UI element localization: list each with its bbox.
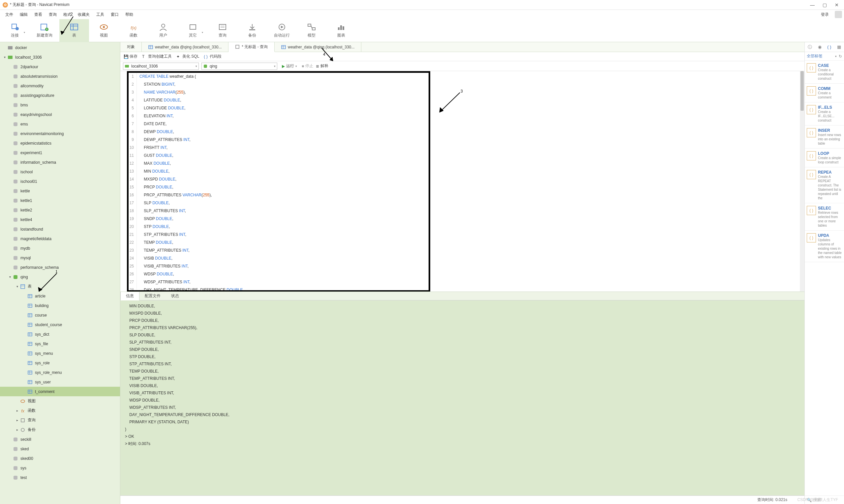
database-select[interactable]: qing▾ — [202, 62, 277, 70]
snippet-filter[interactable]: 全部标签▾ ↻ — [805, 52, 844, 60]
tree-sys_file[interactable]: sys_file — [0, 339, 120, 348]
tree-t_comment[interactable]: t_comment — [0, 387, 120, 396]
toolbar-backup[interactable]: 备份 — [237, 19, 267, 42]
query-builder-button[interactable]: T查询创建工具 — [142, 54, 172, 59]
menu-工具[interactable]: 工具 — [93, 11, 107, 19]
tab-weather_data[interactable]: weather_data @qing (localhost_330... — [275, 42, 361, 52]
login-link[interactable]: 登录 — [817, 11, 832, 19]
snippet-UPDA[interactable]: ( )UPDAUpdates columns of existing rows … — [805, 231, 844, 262]
menu-查询[interactable]: 查询 — [46, 11, 60, 19]
tree-2dparkour[interactable]: 2dparkour — [0, 62, 120, 71]
menu-查看[interactable]: 查看 — [31, 11, 46, 19]
toolbar-newquery[interactable]: +新建查询 — [30, 19, 59, 42]
tree-information_schema[interactable]: information_schema — [0, 158, 120, 167]
maximize-button[interactable]: ▢ — [823, 2, 827, 7]
result-tab-状态[interactable]: 状态 — [166, 292, 184, 300]
tree-备份[interactable]: ▸备份 — [0, 425, 120, 434]
menu-窗口[interactable]: 窗口 — [107, 11, 122, 19]
snippet-IF...ELS[interactable]: ( )IF...ELSCreate a IF...ELSE... constru… — [805, 103, 844, 126]
tree-ischool[interactable]: ischool — [0, 167, 120, 177]
save-button[interactable]: 💾保存 — [124, 54, 137, 59]
tree-mydb[interactable]: mydb — [0, 244, 120, 253]
tree-kettle4[interactable]: kettle4 — [0, 215, 120, 224]
menu-编辑[interactable]: 编辑 — [16, 11, 31, 19]
tree-experiment1[interactable]: experiment1 — [0, 148, 120, 158]
menu-帮助[interactable]: 帮助 — [122, 11, 137, 19]
result-tab-信息[interactable]: 信息 — [120, 291, 139, 301]
tree-localhost_3306[interactable]: ▾localhost_3306 — [0, 52, 120, 62]
explain-button[interactable]: ≣解释 — [316, 63, 328, 69]
tree-epidemicstatistics[interactable]: epidemicstatistics — [0, 138, 120, 148]
tree-kettle[interactable]: kettle — [0, 186, 120, 196]
snippet-CASE[interactable]: ( )CASECreate a conditional construct — [805, 60, 844, 84]
tree-sys_role[interactable]: sys_role — [0, 358, 120, 367]
eye-icon[interactable]: ◉ — [818, 44, 822, 49]
tree-bms[interactable]: bms — [0, 100, 120, 110]
toolbar-autorun[interactable]: 自动运行 — [267, 19, 297, 42]
connection-select[interactable]: localhost_3306▾ — [123, 62, 199, 70]
grid-icon[interactable]: ▦ — [837, 44, 841, 49]
tree-函数[interactable]: ▸fx函数 — [0, 406, 120, 415]
tree-sys_menu[interactable]: sys_menu — [0, 348, 120, 358]
tab-* 无标题 - 查询[interactable]: * 无标题 - 查询 — [228, 42, 275, 52]
tree-sked[interactable]: sked — [0, 444, 120, 454]
toolbar-view[interactable]: 视图 — [89, 19, 119, 42]
toolbar-user[interactable]: 用户 — [148, 19, 178, 42]
tree-视图[interactable]: 视图 — [0, 396, 120, 406]
sidebar[interactable]: docker▾localhost_33062dparkourabsolutetr… — [0, 42, 120, 504]
tree-kettle1[interactable]: kettle1 — [0, 196, 120, 205]
tree-sys[interactable]: sys — [0, 463, 120, 473]
tree-assistingagriculture[interactable]: assistingagriculture — [0, 91, 120, 100]
tree-kettle2[interactable]: kettle2 — [0, 205, 120, 215]
toolbar-fx[interactable]: f(x)函数 — [119, 19, 148, 42]
toolbar-model[interactable]: 模型 — [297, 19, 326, 42]
snippet-INSER[interactable]: ( )INSERInsert new rows into an existing… — [805, 126, 844, 148]
toolbar-connect[interactable]: 连接▾ — [0, 19, 30, 42]
toolbar-query[interactable]: 查询 — [208, 19, 237, 42]
tree-building[interactable]: building — [0, 301, 120, 310]
beautify-sql-button[interactable]: ✦美化 SQL — [176, 54, 199, 59]
result-output[interactable]: MIN DOUBLE, MXSPD DOUBLE, PRCP DOUBLE, P… — [120, 301, 805, 496]
tree-magneticfielddata[interactable]: magneticfielddata — [0, 234, 120, 244]
tab-weather_data[interactable]: weather_data @qing (localhost_330... — [142, 42, 228, 52]
tree-environmentalmonitoring[interactable]: environmentalmonitoring — [0, 129, 120, 138]
tree-allcommodity[interactable]: allcommodity — [0, 81, 120, 91]
tree-表[interactable]: ▾表 — [0, 282, 120, 291]
toolbar-other[interactable]: 其它▾ — [178, 19, 208, 42]
tree-sys_dict[interactable]: sys_dict — [0, 329, 120, 339]
snippet-REPEA[interactable]: ( )REPEACreate A REPEAT construct. The S… — [805, 167, 844, 203]
info-icon[interactable]: ⓘ — [808, 44, 812, 50]
menu-文件[interactable]: 文件 — [2, 11, 16, 19]
tree-docker[interactable]: docker — [0, 43, 120, 52]
tree-qing[interactable]: ▾qing — [0, 272, 120, 282]
menu-收藏夹[interactable]: 收藏夹 — [74, 11, 93, 19]
snippet-SELEC[interactable]: ( )SELECRetrieve rows selected from one … — [805, 203, 844, 231]
tree-sys_user[interactable]: sys_user — [0, 377, 120, 387]
run-button[interactable]: ▶运行▾ — [280, 63, 299, 69]
tree-查询[interactable]: ▸查询 — [0, 415, 120, 425]
editor-scrollbar[interactable] — [800, 71, 805, 291]
close-button[interactable]: ✕ — [835, 2, 839, 7]
tree-absolutetransmission[interactable]: absolutetransmission — [0, 71, 120, 81]
tab-对象[interactable]: 对象 — [120, 42, 142, 52]
tree-article[interactable]: article — [0, 291, 120, 301]
snippet-COMM[interactable]: ( )COMMCreate a comment — [805, 84, 844, 103]
code-snippet-button[interactable]: ( )代码段 — [204, 54, 222, 59]
tree-ischool01[interactable]: ischool01 — [0, 177, 120, 186]
tree-lostandfound[interactable]: lostandfound — [0, 224, 120, 234]
tree-course[interactable]: course — [0, 310, 120, 320]
tree-sys_role_menu[interactable]: sys_role_menu — [0, 367, 120, 377]
tree-easydrivingschool[interactable]: easydrivingschool — [0, 110, 120, 119]
minimize-button[interactable]: ― — [810, 2, 815, 7]
tree-sked00[interactable]: sked00 — [0, 454, 120, 463]
tree-ems[interactable]: ems — [0, 119, 120, 129]
toolbar-chart[interactable]: 图表 — [326, 19, 356, 42]
tree-student_course[interactable]: student_course — [0, 320, 120, 329]
tree-mysql[interactable]: mysql — [0, 253, 120, 263]
tree-performance_schema[interactable]: performance_schema — [0, 263, 120, 272]
snippet-LOOP[interactable]: ( )LOOPCreate a simple loop construct — [805, 148, 844, 167]
bracket-icon[interactable]: ( ) — [827, 44, 831, 49]
tree-test[interactable]: test — [0, 473, 120, 482]
result-tab-配置文件[interactable]: 配置文件 — [139, 292, 166, 300]
tree-seckill[interactable]: seckill — [0, 434, 120, 444]
